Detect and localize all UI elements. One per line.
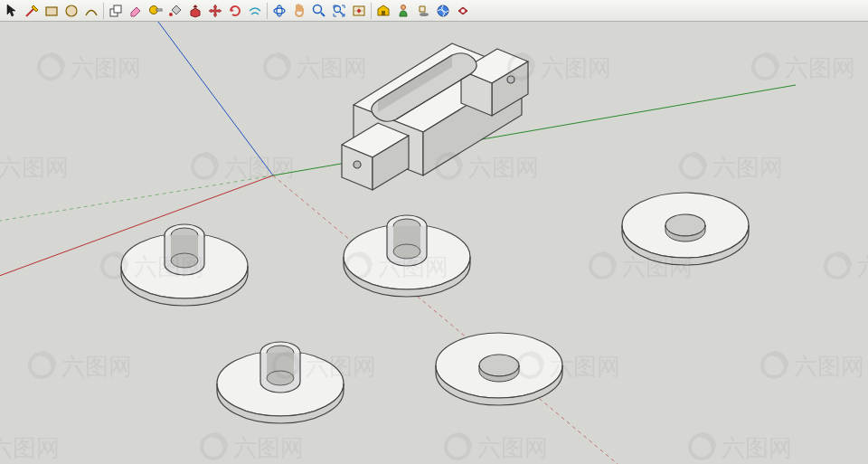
rectangle-tool[interactable]	[42, 2, 61, 20]
orbit-icon	[272, 4, 287, 18]
arc-tool[interactable]	[82, 2, 100, 20]
zoom-extents-icon	[332, 4, 346, 18]
layers-tool[interactable]	[434, 2, 452, 20]
toolbar-separator	[371, 3, 372, 19]
svg-line-22	[0, 175, 273, 230]
paint-bucket-tool[interactable]	[166, 2, 184, 20]
arc-icon	[84, 4, 99, 18]
svg-rect-13	[382, 11, 385, 15]
zoom-icon	[312, 4, 326, 18]
rotate-icon	[228, 4, 242, 18]
tape-measure-tool[interactable]	[146, 2, 165, 20]
svg-point-15	[420, 13, 429, 16]
svg-point-12	[357, 9, 361, 13]
svg-point-6	[169, 13, 173, 16]
extension-tool[interactable]	[454, 2, 472, 20]
bucket-icon	[168, 4, 183, 18]
push-pull-tool[interactable]	[186, 2, 204, 20]
select-icon	[5, 4, 18, 18]
get-models-tool[interactable]	[374, 2, 392, 20]
model-washer-1	[436, 333, 562, 405]
svg-point-1	[66, 5, 77, 16]
model-bracket	[342, 43, 528, 190]
move-tool[interactable]	[206, 2, 224, 20]
line-tool[interactable]	[23, 2, 41, 20]
pan-icon	[292, 4, 307, 18]
viewport-3d[interactable]: 六图网	[0, 22, 868, 464]
shadow-icon	[416, 4, 430, 18]
pan-tool[interactable]	[290, 2, 308, 20]
svg-rect-5	[156, 9, 162, 11]
svg-point-14	[401, 5, 406, 9]
select-tool[interactable]	[3, 2, 21, 20]
toolbar-separator	[267, 3, 268, 19]
line-icon	[24, 4, 39, 18]
add-location-tool[interactable]	[350, 2, 368, 20]
make-component-tool[interactable]	[107, 2, 125, 20]
rectangle-icon	[44, 4, 59, 18]
circle-tool[interactable]	[62, 2, 80, 20]
svg-rect-0	[46, 7, 57, 15]
rotate-tool[interactable]	[226, 2, 244, 20]
svg-point-7	[274, 8, 285, 14]
svg-point-24	[507, 76, 514, 83]
model-reel-1	[121, 224, 248, 306]
extension-icon	[456, 4, 470, 18]
pushpull-icon	[188, 4, 203, 18]
warehouse-icon	[376, 4, 391, 18]
model-reel-3	[344, 215, 470, 297]
svg-line-18	[145, 22, 273, 175]
svg-point-17	[461, 9, 465, 13]
toolbar-separator	[103, 3, 104, 19]
model-reel-2	[217, 342, 344, 423]
zoom-extents-tool[interactable]	[330, 2, 348, 20]
circle-icon	[64, 4, 79, 18]
svg-line-21	[273, 175, 651, 464]
person-icon	[396, 4, 410, 18]
zoom-tool[interactable]	[310, 2, 328, 20]
eraser-icon	[128, 4, 143, 18]
shadow-tool[interactable]	[414, 2, 432, 20]
svg-point-10	[335, 5, 341, 12]
svg-point-9	[314, 5, 322, 13]
svg-rect-3	[114, 5, 121, 13]
offset-tool[interactable]	[246, 2, 264, 20]
model-washer-2	[622, 193, 749, 265]
offset-icon	[248, 4, 262, 18]
move-icon	[208, 4, 222, 18]
layers-icon	[436, 4, 450, 18]
eraser-tool[interactable]	[127, 2, 145, 20]
component-icon	[108, 4, 123, 18]
main-toolbar	[0, 0, 868, 22]
tape-icon	[148, 4, 163, 18]
orbit-tool[interactable]	[270, 2, 288, 20]
svg-point-23	[354, 161, 361, 168]
svg-point-8	[277, 5, 282, 16]
person-tool[interactable]	[394, 2, 412, 20]
location-icon	[352, 4, 366, 18]
